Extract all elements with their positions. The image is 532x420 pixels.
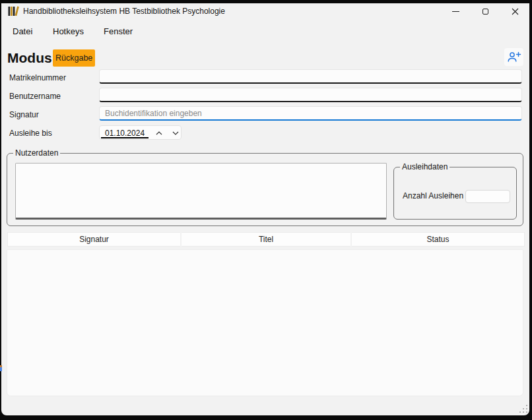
mode-heading: Modus <box>7 50 52 66</box>
window-title: Handbibliotheksleihsystem HB Testbibliot… <box>23 7 225 16</box>
minimize-icon <box>452 11 459 12</box>
menu-item-fenster[interactable]: Fenster <box>104 26 133 36</box>
chevron-up-icon <box>156 131 162 135</box>
spin-up-button[interactable] <box>151 127 167 139</box>
menu-item-hotkeys[interactable]: Hotkeys <box>53 26 84 36</box>
screen-artifact <box>0 365 2 371</box>
label-matrikelnummer: Matrikelnummer <box>9 73 66 82</box>
column-header-status[interactable]: Status <box>352 232 525 247</box>
column-header-titel[interactable]: Titel <box>182 232 350 247</box>
column-header-signatur[interactable]: Signatur <box>7 232 180 247</box>
minimize-button[interactable] <box>445 3 466 19</box>
maximize-button[interactable] <box>475 3 496 19</box>
chevron-down-icon <box>172 131 179 135</box>
nutzerdaten-legend: Nutzerdaten <box>13 148 60 158</box>
anzahl-ausleihen-input[interactable] <box>465 190 510 203</box>
table-body <box>7 249 523 396</box>
mode-badge: Rückgabe <box>53 49 95 67</box>
close-icon <box>512 8 519 15</box>
ausleihe-bis-date-spinner[interactable]: 01.10.2024 <box>99 125 182 140</box>
label-signatur: Signatur <box>9 110 39 119</box>
maximize-icon <box>482 9 488 15</box>
anzahl-ausleihen-label: Anzahl Ausleihen <box>403 191 463 200</box>
date-underline <box>101 137 149 138</box>
benutzername-input[interactable] <box>99 88 522 102</box>
person-add-icon <box>507 51 521 63</box>
table-header: Signatur Titel Status <box>7 232 525 247</box>
add-user-button[interactable] <box>504 48 523 66</box>
label-benutzername: Benutzername <box>9 92 61 101</box>
ausleihdaten-legend: Ausleihdaten <box>400 162 449 171</box>
resize-grip-icon[interactable] <box>519 405 527 413</box>
matrikelnummer-input[interactable] <box>99 69 522 84</box>
spin-down-button[interactable] <box>168 127 183 139</box>
nutzerdaten-textarea[interactable] <box>15 163 387 220</box>
app-books-icon <box>8 6 20 16</box>
label-ausleihe-bis: Ausleihe bis <box>9 129 52 138</box>
close-button[interactable] <box>504 3 525 19</box>
date-value: 01.10.2024 <box>105 129 145 138</box>
menu-item-datei[interactable]: Datei <box>13 26 32 36</box>
application-window: Handbibliotheksleihsystem HB Testbibliot… <box>1 3 529 415</box>
signatur-input[interactable] <box>99 106 522 121</box>
